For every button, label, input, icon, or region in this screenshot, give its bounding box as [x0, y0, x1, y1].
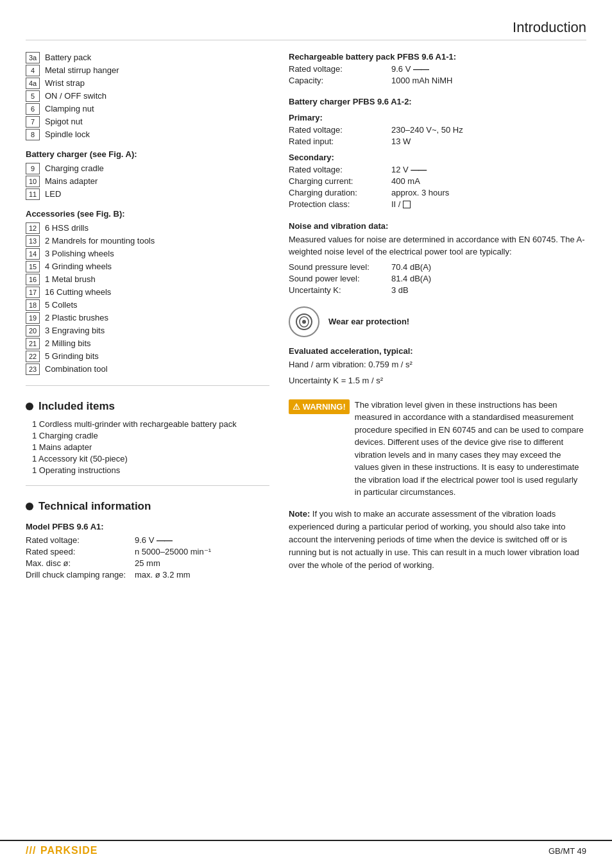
included-heading-text: Included items	[38, 400, 115, 413]
item-label: LED	[45, 189, 61, 199]
list-item: 7Spigot nut	[26, 116, 269, 128]
list-item: 185 Collets	[26, 299, 269, 311]
note-body: If you wish to make an accurate assessme…	[289, 509, 579, 571]
item-number: 10	[26, 176, 40, 187]
battery-charger-heading: Battery charger (see Fig. A):	[26, 149, 269, 159]
tech-label: Rated speed:	[26, 547, 135, 556]
tech-value: 3 dB	[391, 285, 586, 295]
noise-rows: Sound pressure level:70.4 dB(A)Sound pow…	[289, 262, 586, 295]
accessories-list: 126 HSS drills132 Mandrels for mounting …	[26, 222, 269, 375]
ear-svg	[295, 313, 313, 331]
left-column: 3aBattery pack4Metal stirrup hanger4aWri…	[26, 52, 269, 581]
item-number: 4	[26, 65, 40, 76]
item-label: 2 Milling bits	[45, 338, 91, 348]
primary-rows: Rated voltage:230–240 V~, 50 HzRated inp…	[289, 125, 586, 146]
list-item: 132 Mandrels for mounting tools	[26, 235, 269, 247]
bullet-dot	[26, 403, 33, 410]
warning-box: ⚠ WARNING! The vibration level given in …	[289, 399, 586, 499]
item-label: Battery pack	[45, 53, 91, 62]
list-item: 11LED	[26, 188, 269, 200]
tech-label: Capacity:	[289, 76, 391, 85]
rechargeable-rows: Rated voltage:9.6 V ――Capacity:1000 mAh …	[289, 64, 586, 85]
charger-section: Battery charger PFBS 9.6 A1-2: Primary: …	[289, 97, 586, 210]
tech-heading: Technical information	[26, 500, 269, 513]
ear-protection-label: Wear ear protection!	[328, 317, 409, 326]
item-label: Mains adapter	[45, 176, 98, 186]
acceleration-text1: Hand / arm vibration: 0.759 m / s²	[289, 358, 586, 371]
acceleration-text2: Uncertainty K = 1.5 m / s²	[289, 374, 586, 387]
list-item: 3aBattery pack	[26, 52, 269, 63]
list-item: 203 Engraving bits	[26, 325, 269, 337]
brand-slash: ///	[26, 845, 36, 856]
tech-label: Charging current:	[289, 176, 391, 186]
list-item: 126 HSS drills	[26, 222, 269, 234]
item-label: 2 Mandrels for mounting tools	[45, 236, 155, 246]
item-number: 20	[26, 325, 40, 337]
tech-value: 12 V ――	[391, 165, 586, 174]
tech-section: Model PFBS 9.6 A1: Rated voltage:9.6 V ―…	[26, 522, 269, 580]
tech-label: Uncertainty K:	[289, 285, 391, 295]
list-item: 161 Metal brush	[26, 274, 269, 285]
item-label: 5 Grinding bits	[45, 351, 99, 361]
item-label: 1 Metal brush	[45, 274, 96, 284]
tech-label: Rated voltage:	[289, 165, 391, 174]
footer-brand: /// PARKSIDE	[26, 845, 99, 856]
tech-label: Drill chuck clamping range:	[26, 570, 135, 580]
accessories-heading: Accessories (see Fig. B):	[26, 209, 269, 219]
list-item: 225 Grinding bits	[26, 351, 269, 362]
tech-value: 1000 mAh NiMH	[391, 76, 586, 85]
item-label: 16 Cutting wheels	[45, 287, 111, 297]
tech-row: Rated voltage:230–240 V~, 50 Hz	[289, 125, 586, 135]
tech-label: Rated voltage:	[26, 535, 135, 545]
tech-row: Rated voltage:12 V ――	[289, 165, 586, 174]
acceleration-section: Evaluated acceleration, typical: Hand / …	[289, 346, 586, 387]
footer-page: GB/MT 49	[548, 846, 586, 856]
included-heading: Included items	[26, 400, 269, 413]
note-text: Note: If you wish to make an accurate as…	[289, 508, 586, 572]
primary-heading: Primary:	[289, 113, 586, 122]
model-rows: Rated voltage:9.6 V ――Rated speed:n 5000…	[26, 535, 269, 580]
page-title: Introduction	[26, 19, 586, 40]
noise-section: Noise and vibration data: Measured value…	[289, 221, 586, 295]
item-label: Spindle lock	[45, 129, 90, 139]
tech-value: 25 mm	[135, 558, 269, 568]
tech-value: 9.6 V ――	[391, 64, 586, 74]
tech-label: Charging duration:	[289, 188, 391, 197]
tech-row: Drill chuck clamping range:max. ø 3.2 mm	[26, 570, 269, 580]
noise-text: Measured values for noise are determined…	[289, 233, 586, 258]
rechargeable-section: Rechargeable battery pack PFBS 9.6 A1-1:…	[289, 52, 586, 85]
tech-label: Rated voltage:	[289, 125, 391, 135]
tech-row: Sound pressure level:70.4 dB(A)	[289, 262, 586, 272]
tech-row: Protection class:II /	[289, 199, 586, 210]
charger-heading: Battery charger PFBS 9.6 A1-2:	[289, 97, 586, 106]
item-number: 16	[26, 274, 40, 285]
item-number: 19	[26, 312, 40, 324]
tech-row: Rated speed:n 5000–25000 min⁻¹	[26, 547, 269, 556]
warning-text: The vibration level given in these instr…	[355, 399, 586, 499]
svg-point-2	[302, 320, 306, 324]
tech-value: II /	[391, 199, 586, 210]
tech-value: 230–240 V~, 50 Hz	[391, 125, 586, 135]
list-item: 4aWrist strap	[26, 78, 269, 89]
main-item-list: 3aBattery pack4Metal stirrup hanger4aWri…	[26, 52, 269, 140]
list-item: 4Metal stirrup hanger	[26, 65, 269, 76]
list-item: 23Combination tool	[26, 363, 269, 375]
tech-value: max. ø 3.2 mm	[135, 570, 269, 580]
list-item: 1 Charging cradle	[32, 431, 269, 440]
list-item: 1 Accessory kit (50-piece)	[32, 454, 269, 463]
acceleration-heading: Evaluated acceleration, typical:	[289, 346, 586, 356]
item-label: Charging cradle	[45, 163, 104, 173]
bullet-dot-tech	[26, 503, 33, 510]
tech-value: 13 W	[391, 137, 586, 146]
tech-row: Rated input:13 W	[289, 137, 586, 146]
main-content: 3aBattery pack4Metal stirrup hanger4aWri…	[26, 52, 586, 581]
tech-label: Max. disc ø:	[26, 558, 135, 568]
item-number: 3a	[26, 52, 40, 63]
item-number: 12	[26, 222, 40, 234]
battery-charger-list: 9Charging cradle10Mains adapter11LED	[26, 163, 269, 200]
item-number: 22	[26, 351, 40, 362]
footer: /// PARKSIDE GB/MT 49	[0, 840, 612, 856]
included-list: 1 Cordless multi-grinder with rechargeab…	[32, 419, 269, 475]
item-label: 2 Plastic brushes	[45, 313, 108, 322]
item-number: 6	[26, 103, 40, 115]
